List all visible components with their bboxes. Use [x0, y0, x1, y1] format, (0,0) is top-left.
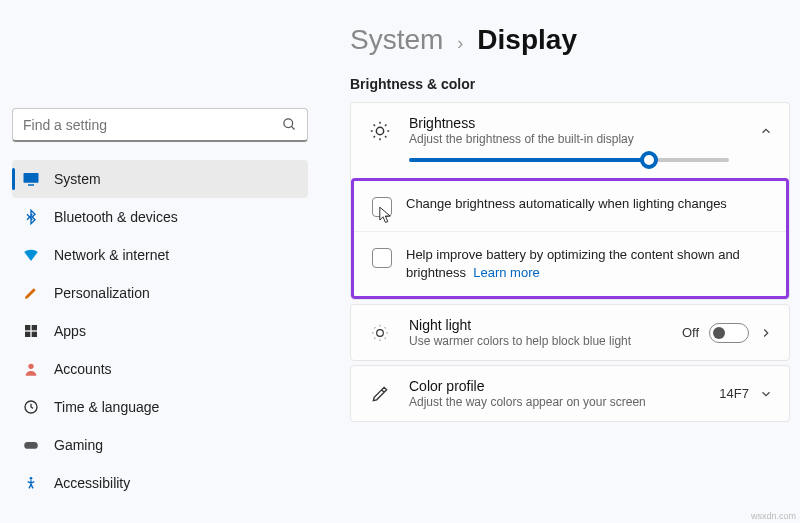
svg-point-12 — [376, 127, 383, 134]
eyedropper-icon — [367, 381, 393, 407]
sidebar-item-network[interactable]: Network & internet — [12, 236, 308, 274]
learn-more-link[interactable]: Learn more — [473, 265, 539, 280]
brightness-subtitle: Adjust the brightness of the built-in di… — [409, 132, 743, 146]
svg-point-11 — [30, 477, 33, 480]
clock-icon — [22, 398, 40, 416]
svg-rect-4 — [25, 325, 30, 330]
nav-list: System Bluetooth & devices Network & int… — [12, 160, 308, 502]
brightness-slider[interactable] — [409, 158, 729, 162]
svg-point-8 — [28, 364, 33, 369]
nightlight-state: Off — [682, 325, 699, 340]
chevron-right-icon: › — [457, 33, 463, 54]
sidebar-item-label: Accounts — [54, 361, 112, 377]
main-content: System › Display Brightness & color Brig… — [320, 0, 800, 523]
cursor-icon — [379, 206, 395, 226]
bluetooth-icon — [22, 208, 40, 226]
settings-sidebar: System Bluetooth & devices Network & int… — [0, 0, 320, 523]
colorprofile-card[interactable]: Color profile Adjust the way colors appe… — [350, 365, 790, 422]
battery-optimize-text: Help improve battery by optimizing the c… — [406, 247, 740, 280]
colorprofile-text: Color profile Adjust the way colors appe… — [409, 378, 703, 409]
svg-rect-7 — [32, 332, 37, 337]
breadcrumb-current: Display — [477, 24, 577, 56]
sidebar-item-label: Time & language — [54, 399, 159, 415]
display-icon — [22, 170, 40, 188]
sidebar-item-label: Bluetooth & devices — [54, 209, 178, 225]
person-icon — [22, 360, 40, 378]
brightness-header[interactable]: Brightness Adjust the brightness of the … — [351, 103, 789, 158]
sidebar-item-accessibility[interactable]: Accessibility — [12, 464, 308, 502]
brightness-card: Brightness Adjust the brightness of the … — [350, 102, 790, 300]
accessibility-icon — [22, 474, 40, 492]
breadcrumb-parent[interactable]: System — [350, 24, 443, 56]
brightness-title: Brightness — [409, 115, 743, 131]
svg-point-0 — [284, 119, 293, 128]
watermark: wsxdn.com — [751, 511, 796, 521]
chevron-up-icon[interactable] — [759, 124, 773, 138]
svg-rect-5 — [32, 325, 37, 330]
colorprofile-subtitle: Adjust the way colors appear on your scr… — [409, 395, 703, 409]
sidebar-item-label: Apps — [54, 323, 86, 339]
sidebar-item-label: Gaming — [54, 437, 103, 453]
apps-icon — [22, 322, 40, 340]
battery-optimize-checkbox[interactable] — [372, 248, 392, 268]
paintbrush-icon — [22, 284, 40, 302]
nightlight-subtitle: Use warmer colors to help block blue lig… — [409, 334, 666, 348]
highlighted-options: Change brightness automatically when lig… — [351, 178, 789, 299]
wifi-icon — [22, 246, 40, 264]
section-title: Brightness & color — [350, 76, 790, 92]
sidebar-item-apps[interactable]: Apps — [12, 312, 308, 350]
svg-rect-2 — [24, 173, 39, 183]
auto-brightness-checkbox[interactable] — [372, 197, 392, 217]
chevron-down-icon[interactable] — [759, 387, 773, 401]
battery-optimize-row[interactable]: Help improve battery by optimizing the c… — [354, 231, 786, 296]
nightlight-title: Night light — [409, 317, 666, 333]
nightlight-controls: Off — [682, 323, 773, 343]
auto-brightness-row[interactable]: Change brightness automatically when lig… — [354, 181, 786, 231]
search-input[interactable] — [23, 117, 282, 133]
nightlight-text: Night light Use warmer colors to help bl… — [409, 317, 666, 348]
breadcrumb: System › Display — [350, 24, 790, 56]
colorprofile-controls: 14F7 — [719, 386, 773, 401]
sidebar-item-time-language[interactable]: Time & language — [12, 388, 308, 426]
sidebar-item-label: Personalization — [54, 285, 150, 301]
svg-point-13 — [377, 330, 384, 337]
auto-brightness-label: Change brightness automatically when lig… — [406, 195, 727, 213]
svg-line-1 — [291, 126, 294, 129]
nightlight-toggle[interactable] — [709, 323, 749, 343]
search-box[interactable] — [12, 108, 308, 142]
sidebar-item-personalization[interactable]: Personalization — [12, 274, 308, 312]
battery-optimize-label: Help improve battery by optimizing the c… — [406, 246, 768, 282]
chevron-right-icon[interactable] — [759, 326, 773, 340]
colorprofile-title: Color profile — [409, 378, 703, 394]
sidebar-item-label: Network & internet — [54, 247, 169, 263]
sidebar-item-bluetooth[interactable]: Bluetooth & devices — [12, 198, 308, 236]
sun-icon — [367, 118, 393, 144]
slider-thumb[interactable] — [640, 151, 658, 169]
sidebar-item-gaming[interactable]: Gaming — [12, 426, 308, 464]
nightlight-icon — [367, 320, 393, 346]
brightness-slider-container — [351, 158, 789, 178]
sidebar-item-accounts[interactable]: Accounts — [12, 350, 308, 388]
slider-fill — [409, 158, 649, 162]
svg-rect-3 — [28, 184, 34, 186]
sidebar-item-label: System — [54, 171, 101, 187]
nightlight-card[interactable]: Night light Use warmer colors to help bl… — [350, 304, 790, 361]
sidebar-item-label: Accessibility — [54, 475, 130, 491]
sidebar-item-system[interactable]: System — [12, 160, 308, 198]
brightness-text: Brightness Adjust the brightness of the … — [409, 115, 743, 146]
search-icon — [282, 117, 297, 132]
svg-rect-10 — [24, 442, 38, 449]
gamepad-icon — [22, 436, 40, 454]
colorprofile-value[interactable]: 14F7 — [719, 386, 749, 401]
svg-rect-6 — [25, 332, 30, 337]
